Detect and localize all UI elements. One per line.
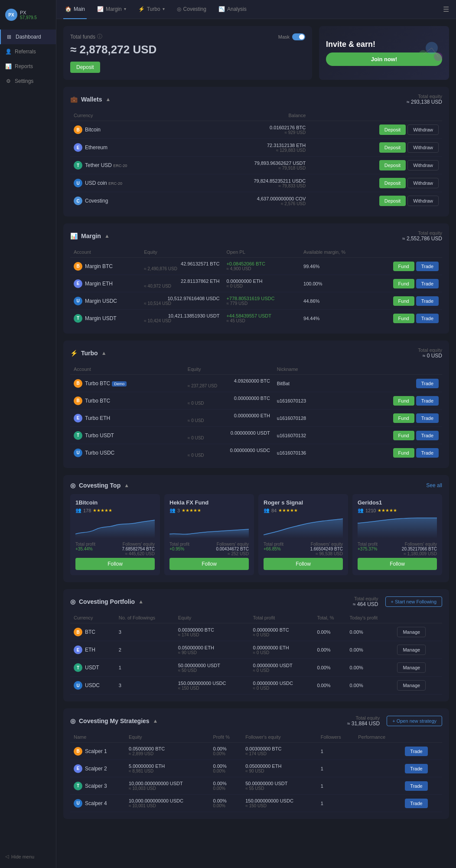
- manage-button[interactable]: Manage: [397, 645, 426, 655]
- trade-button[interactable]: Trade: [416, 396, 439, 406]
- margin-collapse[interactable]: ▲: [104, 233, 110, 239]
- trade-button[interactable]: Trade: [416, 279, 439, 288]
- portfolio-col-total-pct: Total, %: [313, 613, 346, 623]
- fund-button[interactable]: Fund: [393, 314, 414, 323]
- equity-amount: 0.00000000 BTC: [188, 396, 270, 401]
- mask-switch[interactable]: [292, 33, 305, 40]
- fund-button[interactable]: Fund: [393, 413, 414, 423]
- nickname-cell: BitBat: [274, 375, 342, 392]
- trade-button[interactable]: Trade: [416, 296, 439, 306]
- profit1: 0.00%: [213, 798, 238, 803]
- sidebar-item-reports[interactable]: 📊 Reports: [0, 59, 56, 74]
- follow-button[interactable]: Follow: [169, 558, 249, 570]
- fund-button[interactable]: Fund: [393, 396, 414, 406]
- turbo-collapse[interactable]: ▲: [101, 350, 107, 356]
- total-profit-label: Total profit: [75, 542, 95, 547]
- follow-button[interactable]: Follow: [264, 558, 343, 570]
- fund-button[interactable]: Fund: [393, 279, 414, 288]
- pl-cell: +0.08452066 BTC ≈ 4,900 USD: [223, 258, 300, 275]
- follow-button[interactable]: Follow: [75, 558, 155, 570]
- manage-button[interactable]: Manage: [397, 680, 426, 691]
- mask-label: Mask: [278, 34, 290, 39]
- withdraw-button[interactable]: Withdraw: [407, 124, 439, 135]
- trade-button[interactable]: Trade: [416, 379, 439, 388]
- equity-amount: 10,421.13851930 USDT: [144, 313, 219, 318]
- strategy-name: Scalper 3: [85, 783, 107, 789]
- strategy-col-equity: Equity: [125, 732, 210, 743]
- coin-icon: E: [74, 645, 82, 654]
- equity-usd: ≈ 0 USD: [188, 401, 270, 406]
- tab-main[interactable]: 🏠 Main: [63, 0, 87, 19]
- covesting-top-collapse[interactable]: ▲: [124, 482, 129, 488]
- turbo-col-nickname: Nickname: [274, 364, 342, 375]
- card-chart: [264, 517, 343, 538]
- trade-button[interactable]: Trade: [405, 764, 427, 773]
- profit-usd: ≈ 0 USD: [253, 668, 310, 673]
- margin-header: 📊 Margin ▲ Total equity ≈ 2,552,786 USD: [70, 230, 442, 242]
- start-following-button[interactable]: + Start new Following: [385, 596, 442, 607]
- portfolio-collapse[interactable]: ▲: [138, 599, 143, 605]
- fund-button[interactable]: Fund: [393, 262, 414, 271]
- withdraw-button[interactable]: Withdraw: [407, 160, 439, 170]
- trade-button[interactable]: Trade: [405, 781, 427, 791]
- open-strategy-button[interactable]: + Open new strategy: [387, 716, 442, 726]
- equity-amount: 10,000.000000000 USDT: [129, 781, 206, 786]
- sidebar-item-dashboard[interactable]: ⊞ Dashboard: [0, 29, 56, 44]
- today-cell: 0.00%: [346, 641, 394, 659]
- withdraw-button[interactable]: Withdraw: [407, 178, 439, 188]
- deposit-button[interactable]: Deposit: [379, 160, 406, 170]
- trade-button[interactable]: Trade: [405, 747, 427, 756]
- sidebar-item-referrals[interactable]: 👤 Referrals: [0, 44, 56, 59]
- followers-equity-label: Followers' equity: [216, 542, 249, 547]
- fund-button[interactable]: Fund: [393, 296, 414, 306]
- trade-button[interactable]: Trade: [416, 413, 439, 423]
- deposit-button[interactable]: Deposit: [379, 178, 406, 188]
- equity-usd: ≈ 0 USD: [188, 436, 270, 440]
- tab-margin[interactable]: 📈 Margin ▾: [95, 0, 128, 19]
- profit-amount: 0.00000000 BTC: [253, 627, 310, 632]
- follower-equity-cell: 0.00300000 BTC ≈ 174 USD: [242, 743, 317, 760]
- equity-usd: ≈ 90 USD: [178, 650, 246, 655]
- turbo-col-account: Account: [70, 364, 184, 375]
- wallets-collapse[interactable]: ▲: [106, 96, 111, 102]
- strategies-collapse[interactable]: ▲: [153, 718, 158, 724]
- hide-menu-button[interactable]: ◁ Hide menu: [0, 849, 56, 864]
- tab-analysis[interactable]: 📉 Analysis: [217, 0, 248, 19]
- withdraw-button[interactable]: Withdraw: [407, 142, 439, 153]
- hide-menu-label: Hide menu: [11, 854, 34, 859]
- deposit-button[interactable]: Deposit: [379, 124, 406, 135]
- account-name: Turbo BTC: [85, 398, 110, 404]
- coin-icon: T: [74, 161, 82, 170]
- mask-toggle[interactable]: Mask: [278, 33, 305, 40]
- sidebar-item-settings[interactable]: ⚙ Settings: [0, 74, 56, 88]
- logo-area: PX PX 57,979.5: [0, 4, 56, 29]
- analysis-tab-icon: 📉: [218, 6, 225, 12]
- deposit-button[interactable]: Deposit: [379, 142, 406, 153]
- fund-button[interactable]: Fund: [393, 448, 414, 458]
- balance-amount: 72.31312138 ETH: [195, 143, 306, 148]
- trade-button[interactable]: Trade: [416, 314, 439, 323]
- hamburger-menu[interactable]: ☰: [443, 5, 449, 13]
- actions-cell: Deposit Withdraw: [309, 174, 442, 192]
- see-all-link[interactable]: See all: [426, 482, 442, 488]
- withdraw-button[interactable]: Withdraw: [407, 196, 439, 206]
- trade-button[interactable]: Trade: [416, 448, 439, 458]
- follow-button[interactable]: Follow: [358, 558, 437, 570]
- portfolio-icon: ◎: [70, 598, 75, 605]
- fund-button[interactable]: Fund: [393, 431, 414, 440]
- wallets-title: 💼 Wallets ▲: [70, 96, 111, 103]
- table-row: B Bitcoin 0.01602176 BTC ≈ 929 USD Depos…: [70, 121, 442, 139]
- manage-button[interactable]: Manage: [397, 662, 426, 673]
- profit-amount: 0.00000000 USDC: [253, 681, 310, 686]
- tab-covesting[interactable]: ◎ Covesting: [175, 0, 208, 19]
- table-row: B Margin BTC 42.96132571 BTC ≈ 2,490,876…: [70, 258, 442, 275]
- deposit-button[interactable]: Deposit: [70, 62, 100, 73]
- deposit-button[interactable]: Deposit: [379, 196, 406, 206]
- trade-button[interactable]: Trade: [405, 799, 427, 808]
- top-nav: 🏠 Main 📈 Margin ▾ ⚡ Turbo ▾ ◎ Covesting …: [56, 0, 456, 19]
- trade-button[interactable]: Trade: [416, 262, 439, 271]
- account-cell: B Margin BTC: [70, 258, 140, 275]
- tab-turbo[interactable]: ⚡ Turbo ▾: [137, 0, 166, 19]
- trade-button[interactable]: Trade: [416, 431, 439, 440]
- manage-button[interactable]: Manage: [397, 627, 426, 637]
